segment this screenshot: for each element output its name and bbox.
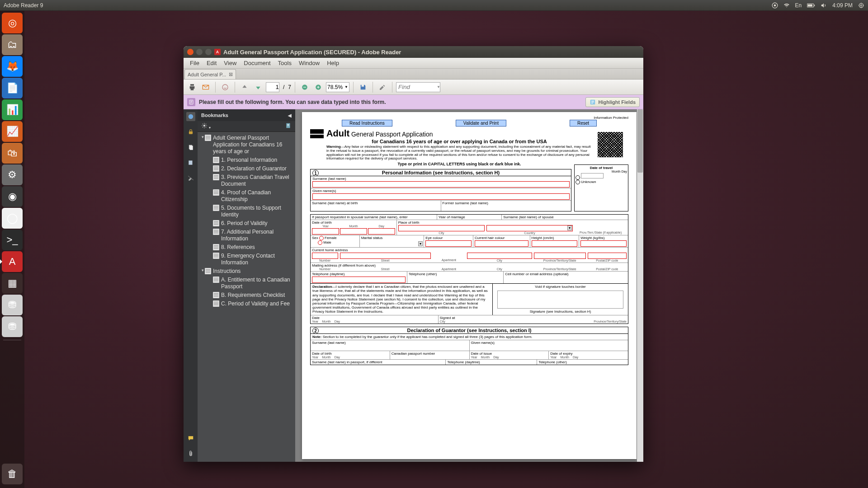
signatures-pane-icon[interactable] — [186, 174, 195, 183]
bookmark-item[interactable]: 5. Documents to Support Identity — [198, 204, 294, 219]
firefox-icon[interactable]: 🦊 — [2, 56, 23, 77]
bookmark-twisty[interactable]: ▾ — [200, 268, 205, 273]
window-titlebar[interactable]: A Adult General Passport Application (SE… — [184, 46, 643, 58]
reset-button[interactable]: Reset — [570, 120, 597, 127]
sound-icon[interactable] — [821, 2, 827, 9]
field-pob-city[interactable] — [398, 225, 485, 231]
power-icon[interactable] — [858, 2, 864, 9]
layers-pane-icon[interactable] — [186, 158, 195, 167]
bookmark-item[interactable]: C. Period of Validity and Fee — [198, 300, 294, 308]
marital-dropdown-icon[interactable]: ▾ — [418, 241, 423, 246]
bookmarks-pane-icon[interactable] — [186, 112, 195, 121]
print-button[interactable] — [186, 81, 198, 93]
bookmark-item[interactable]: 6. Period of Validity — [198, 219, 294, 228]
window-maximize-button[interactable] — [205, 49, 212, 55]
bookmark-item[interactable]: 3. Previous Canadian Travel Document — [198, 173, 294, 188]
menu-tools[interactable]: Tools — [274, 60, 295, 66]
workspace-icon[interactable]: ▦ — [2, 273, 23, 294]
page-number-input[interactable] — [266, 82, 279, 92]
scrollbar-thumb[interactable] — [637, 109, 643, 173]
dash-icon[interactable]: ◎ — [2, 13, 23, 33]
field-weight[interactable] — [580, 240, 627, 247]
country-dropdown-icon[interactable]: ▾ — [567, 225, 572, 230]
bookmark-item[interactable]: B. Requirements Checklist — [198, 291, 294, 300]
keyboard-lang[interactable]: En — [795, 2, 802, 9]
bookmark-item[interactable]: 7. Additional Personal Information — [198, 228, 294, 243]
collab-button[interactable] — [219, 81, 231, 93]
field-addr-prov[interactable] — [534, 253, 586, 259]
security-pane-icon[interactable] — [186, 127, 195, 136]
bookmark-twisty[interactable]: ▾ — [200, 135, 205, 140]
read-instructions-button[interactable]: Read Instructions — [342, 120, 392, 127]
network-icon[interactable] — [783, 2, 790, 9]
radio-travel-date[interactable] — [576, 175, 580, 180]
bookmark-item[interactable]: 1. Personal Information — [198, 156, 294, 164]
settings-icon[interactable]: ⚙ — [2, 164, 23, 185]
drive-2-icon[interactable]: ⛃ — [2, 316, 23, 337]
files-icon[interactable]: 🗂 — [2, 34, 23, 55]
radio-male[interactable] — [318, 240, 322, 245]
field-dob-day[interactable] — [368, 228, 395, 235]
field-dob-year[interactable] — [312, 228, 339, 235]
highlight-fields-button[interactable]: Highlight Fields — [585, 97, 640, 107]
bookmark-item[interactable]: ▾Instructions — [198, 267, 294, 276]
field-given-names[interactable] — [312, 193, 570, 200]
find-input[interactable] — [396, 82, 440, 92]
menu-edit[interactable]: Edit — [203, 60, 220, 66]
field-dob-month[interactable] — [340, 228, 367, 235]
radio-female[interactable] — [319, 236, 324, 240]
calc-icon[interactable]: 📊 — [2, 99, 23, 120]
bookmark-item[interactable]: 4. Proof of Canadian Citizenship — [198, 188, 294, 204]
impress-icon[interactable]: 📈 — [2, 121, 23, 142]
bookmarks-new-icon[interactable] — [285, 122, 292, 130]
clock[interactable]: 4:09 PM — [832, 2, 853, 9]
menu-help[interactable]: Help — [323, 60, 343, 66]
vertical-scrollbar[interactable] — [637, 109, 643, 462]
menu-document[interactable]: Document — [240, 60, 274, 66]
bookmarks-options-icon[interactable]: ▾ — [201, 122, 211, 130]
field-addr-postal[interactable] — [588, 253, 627, 259]
bookmark-item[interactable]: 8. References — [198, 243, 294, 252]
menu-view[interactable]: View — [220, 60, 240, 66]
field-hair[interactable] — [475, 240, 528, 247]
terminal-icon[interactable]: >_ — [2, 230, 23, 250]
field-pob-country[interactable] — [486, 225, 573, 231]
field-surname[interactable] — [312, 181, 570, 188]
field-height[interactable] — [532, 240, 578, 247]
pages-pane-icon[interactable] — [186, 143, 195, 152]
field-tel-day[interactable] — [312, 277, 406, 283]
page-down-button[interactable] — [252, 81, 264, 93]
bookmark-item[interactable]: A. Entitlement to a Canadian Passport — [198, 276, 294, 291]
field-eye[interactable] — [425, 240, 472, 247]
save-button[interactable] — [357, 81, 369, 93]
document-view[interactable]: Information Protected Read Instructions … — [295, 109, 643, 462]
menu-file[interactable]: File — [186, 60, 203, 66]
writer-icon[interactable]: 📄 — [2, 78, 23, 99]
bookmark-item[interactable]: ▾Adult General Passport Application for … — [198, 134, 294, 156]
comments-pane-icon[interactable] — [186, 434, 195, 443]
zoom-out-button[interactable] — [299, 81, 311, 93]
radio-unknown[interactable] — [576, 180, 580, 184]
bookmark-item[interactable]: 9. Emergency Contact Information — [198, 252, 294, 267]
sign-button[interactable] — [377, 81, 388, 93]
page-up-button[interactable] — [239, 81, 250, 93]
chrome-icon[interactable]: ◯ — [2, 208, 23, 229]
software-icon[interactable]: 🛍 — [2, 143, 23, 164]
adobe-reader-icon[interactable]: A — [2, 251, 23, 272]
bookmark-item[interactable]: 2. Declaration of Guarantor — [198, 164, 294, 173]
document-tab[interactable]: Adult General P... ⊠ — [184, 69, 236, 79]
signature-box[interactable] — [497, 291, 623, 309]
chrome-indicator-icon[interactable] — [772, 2, 778, 9]
trash-icon[interactable]: 🗑 — [2, 464, 23, 484]
zoom-in-button[interactable] — [312, 81, 324, 93]
battery-icon[interactable] — [807, 3, 815, 8]
bookmarks-collapse-icon[interactable]: ◀ — [288, 113, 292, 118]
menu-window[interactable]: Window — [295, 60, 323, 66]
steam-icon[interactable]: ◉ — [2, 186, 23, 207]
drive-1-icon[interactable]: ⛃ — [2, 295, 23, 315]
tab-close-icon[interactable]: ⊠ — [229, 71, 233, 77]
email-button[interactable] — [200, 81, 212, 93]
attachments-pane-icon[interactable] — [186, 449, 195, 458]
window-minimize-button[interactable] — [196, 49, 203, 55]
field-addr-city[interactable] — [467, 253, 532, 259]
